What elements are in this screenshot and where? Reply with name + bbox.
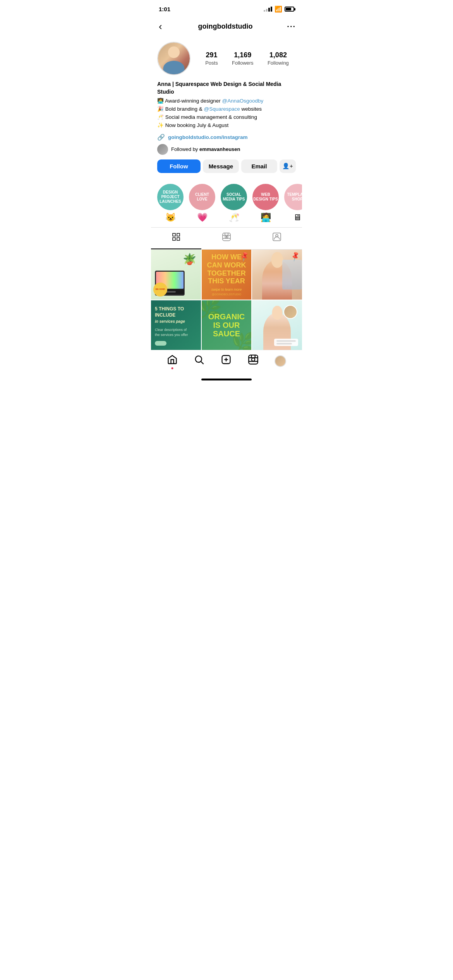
profile-link[interactable]: goingboldstudio.com/instagram <box>168 134 248 140</box>
highlight-circle-4: WEB DESIGN TIPS <box>252 184 279 210</box>
tagged-icon <box>272 232 281 244</box>
time: 1:01 <box>159 6 170 12</box>
bio-line-2: 🎉 Bold branding & @Squarespace websites <box>157 105 296 113</box>
home-indicator <box>151 375 302 384</box>
svg-rect-18 <box>249 355 257 364</box>
signal-icon <box>264 7 272 12</box>
grid-post-6[interactable] <box>252 300 302 350</box>
nav-search[interactable] <box>194 354 204 368</box>
email-button[interactable]: Email <box>241 159 277 173</box>
profile-top: 291 Posts 1,169 Followers 1,082 Followin… <box>157 42 296 75</box>
more-options-button[interactable]: ··· <box>287 22 296 31</box>
grid-post-2[interactable]: HOW WECAN WORKTOGETHERTHIS YEAR swipe to… <box>202 250 252 300</box>
svg-rect-0 <box>173 233 175 236</box>
highlight-circle-3: SOCIAL MEDIA TIPS <box>221 184 247 210</box>
search-icon <box>194 354 204 368</box>
post-4-text: 5 THINGS TO INCLUDEin services page <box>155 306 197 325</box>
profile-username: goingboldstudio <box>198 22 253 31</box>
svg-line-14 <box>201 362 204 364</box>
svg-rect-2 <box>173 238 175 240</box>
content-tab-bar <box>151 227 302 250</box>
tab-tagged[interactable] <box>252 228 302 249</box>
status-bar: 1:01 📶 <box>151 0 302 16</box>
bio-line-1: 🧑‍💻 Award-winning designer @AnnaOsgoodby <box>157 97 296 105</box>
grid-post-5[interactable]: 🌿 🌿 ORGANICIS OURSAUCE <box>202 300 252 350</box>
nav-add[interactable] <box>221 354 232 368</box>
followed-by-row: Followed by emmavanheusen <box>157 144 296 155</box>
message-button[interactable]: Message <box>203 159 239 173</box>
followed-by-avatar <box>157 144 168 155</box>
avatar[interactable] <box>157 42 190 75</box>
svg-point-13 <box>196 356 202 362</box>
status-icons: 📶 <box>264 5 294 13</box>
svg-rect-1 <box>177 233 180 236</box>
nav-profile-avatar <box>275 355 286 367</box>
followers-stat[interactable]: 1,169 Followers <box>232 51 254 66</box>
post-2-text: HOW WECAN WORKTOGETHERTHIS YEAR <box>207 253 246 285</box>
follow-button[interactable]: Follow <box>157 159 201 173</box>
indicator-bar <box>201 379 252 380</box>
highlight-circle-2: CLIENT LOVE <box>189 184 215 210</box>
grid-post-1[interactable]: 🪴 BE KIND <box>151 250 201 300</box>
link-chain-icon: 🔗 <box>157 134 165 141</box>
stats-row: 291 Posts 1,169 Followers 1,082 Followin… <box>198 51 296 66</box>
add-icon <box>221 354 232 368</box>
nav-home[interactable] <box>167 354 178 368</box>
add-person-button[interactable]: 👤+ <box>280 159 296 173</box>
bio-line-3: 🥂 Social media management & consulting <box>157 113 296 122</box>
battery-icon <box>285 7 294 12</box>
grid-post-4[interactable]: 5 THINGS TO INCLUDEin services page Clea… <box>151 300 201 350</box>
svg-rect-3 <box>177 238 180 240</box>
nav-home-dot <box>171 367 173 369</box>
mention-squarespace[interactable]: @Squarespace <box>204 106 240 112</box>
post-2-subtext: swipe to learn more <box>207 288 246 291</box>
tab-reels[interactable] <box>201 228 252 249</box>
posts-stat: 291 Posts <box>205 51 218 66</box>
bio-section: Anna | Squarespace Web Design & Social M… <box>157 81 296 130</box>
bottom-nav <box>151 350 302 375</box>
profile-section: 291 Posts 1,169 Followers 1,082 Followin… <box>151 39 302 184</box>
highlight-design-launches[interactable]: DESIGN PROJECT LAUNCHES 😺 <box>157 184 184 223</box>
svg-point-6 <box>226 236 227 237</box>
highlight-circle-5: TEMPLATE SHOP <box>284 184 302 210</box>
highlight-client-love[interactable]: CLIENT LOVE 💗 <box>189 184 215 223</box>
grid-icon <box>172 232 181 244</box>
nav-profile[interactable] <box>275 355 286 367</box>
highlights-row: DESIGN PROJECT LAUNCHES 😺 CLIENT LOVE 💗 … <box>151 184 302 227</box>
nav-header: ‹ goingboldstudio ··· <box>151 16 302 39</box>
bio-name: Anna | Squarespace Web Design & Social M… <box>157 81 296 96</box>
action-buttons: Follow Message Email 👤+ <box>157 159 296 173</box>
posts-grid: 🪴 BE KIND HOW WECAN WORKTOGETHERTHIS YEA… <box>151 250 302 350</box>
highlight-web-design-tips[interactable]: WEB DESIGN TIPS 🧑‍💻 <box>252 184 279 223</box>
svg-point-19 <box>251 358 254 361</box>
highlight-circle-1: DESIGN PROJECT LAUNCHES <box>157 184 184 210</box>
reels-icon <box>222 232 231 244</box>
tab-grid[interactable] <box>151 228 201 249</box>
svg-point-12 <box>276 235 278 237</box>
profile-link-row: 🔗 goingboldstudio.com/instagram <box>157 134 296 141</box>
back-button[interactable]: ‹ <box>157 19 164 34</box>
nav-reels[interactable] <box>248 354 259 368</box>
following-stat[interactable]: 1,082 Following <box>268 51 289 66</box>
post-5-text: ORGANICIS OURSAUCE <box>208 312 245 338</box>
mention-anna[interactable]: @AnnaOsgoodby <box>222 98 264 104</box>
followed-by-text: Followed by emmavanheusen <box>171 146 240 152</box>
highlight-template-shop[interactable]: TEMPLATE SHOP 🖥 <box>284 184 302 223</box>
home-icon <box>167 354 178 368</box>
wifi-icon: 📶 <box>275 5 282 13</box>
reels-nav-icon <box>248 354 259 368</box>
highlight-social-media-tips[interactable]: SOCIAL MEDIA TIPS 🥂 <box>221 184 247 223</box>
grid-post-3[interactable]: 📌 <box>252 250 302 300</box>
bio-line-4: ✨ Now booking July & August <box>157 122 296 130</box>
